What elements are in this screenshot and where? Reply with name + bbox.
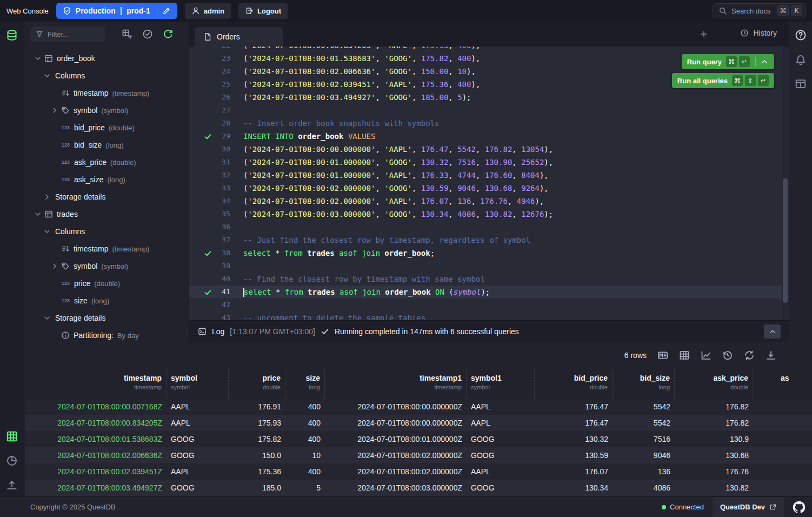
- cell-symbol1[interactable]: GOOG: [467, 435, 535, 443]
- tree-item-symbol[interactable]: symbol(symbol): [25, 102, 189, 119]
- chevron-right-icon[interactable]: [50, 106, 59, 115]
- tree-item-ask-size[interactable]: 123ask_size(long): [25, 171, 189, 188]
- cell-price[interactable]: 175.82: [229, 435, 285, 443]
- code-line-26[interactable]: 26('2024-07-01T08:00:03.494927', 'GOOG',…: [189, 91, 782, 104]
- chevron-down-icon[interactable]: [34, 54, 42, 63]
- code-line-28[interactable]: 28-- Insert order book snapshots with sy…: [189, 117, 782, 130]
- notifications-icon[interactable]: [795, 54, 807, 66]
- cell-bid_size[interactable]: 5542: [613, 402, 675, 411]
- cell-ask_price[interactable]: 176.76: [675, 467, 753, 476]
- chevron-down-icon[interactable]: [43, 227, 51, 236]
- tree-item-order-book[interactable]: order_book: [25, 50, 189, 67]
- cell-bid_price[interactable]: 176.07: [535, 467, 613, 476]
- schema-filter-input[interactable]: Filter...: [30, 26, 105, 42]
- code-line-29[interactable]: 29INSERT INTO order_book VALUES: [189, 130, 782, 143]
- code-line-30[interactable]: 30('2024-07-01T08:00:00.000000', 'AAPL',…: [189, 143, 782, 156]
- search-docs-button[interactable]: Search docs ⌘K: [713, 3, 806, 18]
- cell-symbol[interactable]: AAPL: [167, 419, 229, 427]
- cell-bid_price[interactable]: 176.47: [535, 419, 613, 427]
- table-row[interactable]: 2024-07-01T08:00:00.834205ZAAPL175.93400…: [25, 415, 812, 431]
- cell-bid_size[interactable]: 136: [613, 467, 675, 476]
- code-line-39[interactable]: 39: [189, 260, 782, 273]
- cell-size[interactable]: 400: [285, 402, 325, 411]
- tab-orders[interactable]: Orders: [195, 27, 283, 47]
- run-query-button[interactable]: Run query ⌘↵: [682, 54, 774, 69]
- tree-item-columns[interactable]: Columns: [25, 223, 189, 240]
- cell-bid_price[interactable]: 130.34: [535, 483, 613, 492]
- column-header-as[interactable]: as: [753, 369, 812, 399]
- editor-scrollbar[interactable]: [782, 47, 789, 320]
- code-line-22[interactable]: 22('2024-07-01T08:00:00.834205', 'AAPL',…: [189, 47, 782, 52]
- cell-timestamp[interactable]: 2024-07-01T08:00:03.494927Z: [25, 483, 167, 492]
- query-success-icon[interactable]: [204, 132, 212, 141]
- logout-button[interactable]: Logout: [238, 3, 288, 19]
- cell-bid_price[interactable]: 130.32: [535, 435, 613, 443]
- table-row[interactable]: 2024-07-01T08:00:00.007168ZAAPL176.91400…: [25, 399, 812, 415]
- help-icon[interactable]: [795, 29, 807, 41]
- markdown-icon[interactable]: [657, 350, 668, 361]
- tree-item-timestamp[interactable]: timestamp(timestamp): [25, 240, 189, 257]
- tree-item-bid-price[interactable]: 123bid_price(double): [25, 119, 189, 136]
- code-line-43[interactable]: 43-- uncomment to delete the sample tabl…: [189, 311, 782, 320]
- cell-ask_price[interactable]: 130.68: [675, 451, 753, 460]
- cell-ask_price[interactable]: 130.82: [675, 483, 753, 492]
- cell-timestamp[interactable]: 2024-07-01T08:00:00.007168Z: [25, 402, 167, 411]
- tree-item-trades[interactable]: trades: [25, 206, 189, 223]
- cell-timestamp1[interactable]: 2024-07-01T08:00:02.000000Z: [325, 467, 467, 476]
- new-tab-icon[interactable]: [700, 30, 708, 38]
- code-line-35[interactable]: 35('2024-07-01T08:00:03.000000', 'GOOG',…: [189, 208, 782, 221]
- cell-symbol1[interactable]: AAPL: [467, 467, 535, 476]
- cell-size[interactable]: 10: [285, 451, 325, 460]
- user-button[interactable]: admin: [185, 3, 231, 19]
- cell-ask_price[interactable]: 176.82: [675, 402, 753, 411]
- chevron-right-icon[interactable]: [43, 193, 51, 201]
- code-line-32[interactable]: 32('2024-07-01T08:00:01.000000', 'AAPL',…: [189, 169, 782, 182]
- sql-editor[interactable]: 22('2024-07-01T08:00:00.834205', 'AAPL',…: [189, 47, 789, 320]
- chart-icon[interactable]: [701, 350, 711, 361]
- chevron-down-icon[interactable]: [34, 210, 42, 218]
- cell-symbol1[interactable]: AAPL: [467, 419, 535, 427]
- cell-price[interactable]: 185.0: [229, 483, 285, 492]
- environment-badge[interactable]: Production | prod-1: [56, 3, 177, 19]
- scrollbar-thumb[interactable]: [783, 178, 788, 303]
- cell-timestamp[interactable]: 2024-07-01T08:00:02.039451Z: [25, 467, 167, 476]
- cell-symbol1[interactable]: AAPL: [467, 402, 535, 411]
- tree-item-partitioning[interactable]: Partitioning:By day: [25, 327, 189, 344]
- add-table-icon[interactable]: [122, 29, 132, 39]
- code-line-31[interactable]: 31('2024-07-01T08:00:01.000000', 'GOOG',…: [189, 156, 782, 169]
- cell-timestamp1[interactable]: 2024-07-01T08:00:01.000000Z: [325, 435, 467, 443]
- chevron-down-icon[interactable]: [43, 71, 51, 80]
- run-all-queries-button[interactable]: Run all queries ⌘⇧↵: [672, 73, 774, 88]
- pie-chart-icon[interactable]: [6, 455, 18, 467]
- cell-price[interactable]: 175.93: [229, 419, 285, 427]
- cell-symbol[interactable]: GOOG: [167, 483, 229, 492]
- code-line-37[interactable]: 37-- Just find the closest row by timest…: [189, 234, 782, 247]
- results-panel-icon[interactable]: [795, 78, 807, 90]
- cell-bid_size[interactable]: 7516: [613, 435, 675, 443]
- cell-bid_size[interactable]: 4086: [613, 483, 675, 492]
- github-icon[interactable]: [793, 501, 806, 514]
- tree-item-size[interactable]: 123size(long): [25, 292, 189, 309]
- cell-ask_price[interactable]: 130.9: [675, 435, 753, 443]
- tree-item-ask-price[interactable]: 123ask_price(double): [25, 154, 189, 171]
- cell-price[interactable]: 150.0: [229, 451, 285, 460]
- select-tables-icon[interactable]: [142, 29, 153, 39]
- table-row[interactable]: 2024-07-01T08:00:01.538683ZGOOG175.82400…: [25, 431, 812, 447]
- cell-ask_price[interactable]: 176.82: [675, 419, 753, 427]
- grid-icon[interactable]: [679, 350, 690, 361]
- query-success-icon[interactable]: [204, 249, 212, 257]
- cell-timestamp[interactable]: 2024-07-01T08:00:02.006636Z: [25, 451, 167, 460]
- tree-item-bid-size[interactable]: 123bid_size(long): [25, 136, 189, 154]
- cell-symbol[interactable]: GOOG: [167, 435, 229, 443]
- cell-symbol1[interactable]: GOOG: [467, 451, 535, 460]
- query-success-icon[interactable]: [204, 288, 212, 296]
- chevron-right-icon[interactable]: [50, 262, 59, 270]
- cell-size[interactable]: 400: [285, 435, 325, 443]
- grid-view-icon[interactable]: [6, 430, 18, 442]
- cell-timestamp1[interactable]: 2024-07-01T08:00:02.000000Z: [325, 451, 467, 460]
- column-header-price[interactable]: pricedouble: [229, 369, 285, 399]
- code-line-27[interactable]: 27: [189, 104, 782, 117]
- edit-instance-button[interactable]: [157, 6, 171, 15]
- cell-bid_size[interactable]: 9046: [613, 451, 675, 460]
- code-line-42[interactable]: 42: [189, 299, 782, 311]
